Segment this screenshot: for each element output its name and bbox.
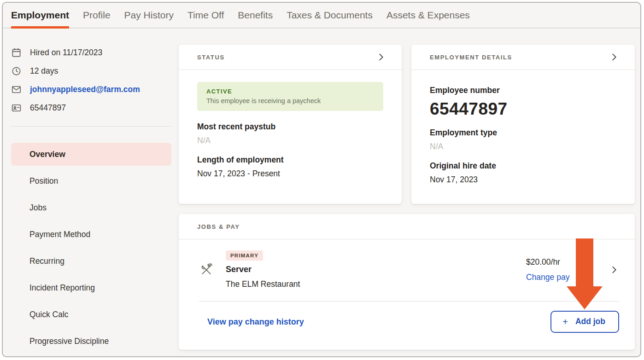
page-frame: Employment Profile Pay History Time Off … (2, 2, 641, 357)
email-row: johnnyappleseed@farm.com (11, 80, 171, 99)
employment-type-value: N/A (430, 142, 616, 151)
chevron-right-icon[interactable] (609, 265, 619, 275)
tab-benefits[interactable]: Benefits (238, 3, 273, 28)
employment-length-value: Nov 17, 2023 - Present (197, 169, 383, 179)
sidebar-menu: Overview Position Jobs Payment Method Re… (11, 143, 171, 356)
sidebar-item-progressive-discipline[interactable]: Progressive Discipline (11, 330, 171, 353)
employment-details-card-title: EMPLOYMENT DETAILS (430, 54, 512, 61)
paystub-value: N/A (197, 136, 383, 145)
employment-length-label: Length of employment (197, 155, 383, 165)
utensils-icon (199, 262, 214, 277)
employee-id-text: 65447897 (30, 103, 66, 113)
sidebar-item-quick-calc[interactable]: Quick Calc (11, 303, 171, 326)
hired-on-row: Hired on 11/17/2023 (11, 43, 171, 62)
employment-details-body: Employee number 65447897 Employment type… (411, 70, 635, 185)
tab-pay-history[interactable]: Pay History (124, 3, 174, 28)
status-card-body: ACTIVE This employee is receiving a payc… (179, 70, 402, 179)
add-job-button-label: Add job (575, 317, 605, 326)
original-hire-date-value: Nov 17, 2023 (430, 175, 616, 185)
jobs-pay-card-header: JOBS & PAY (179, 214, 635, 239)
calendar-icon (11, 47, 22, 58)
employee-email-link[interactable]: johnnyappleseed@farm.com (30, 85, 140, 94)
change-pay-link[interactable]: Change pay (526, 273, 603, 282)
sidebar-item-payment-method[interactable]: Payment Method (11, 223, 171, 246)
add-job-button[interactable]: + Add job (550, 311, 619, 333)
job-title: Server (226, 265, 526, 274)
tab-taxes-documents[interactable]: Taxes & Documents (287, 3, 373, 28)
tab-bar: Employment Profile Pay History Time Off … (3, 3, 640, 29)
id-card-icon (11, 103, 22, 113)
sidebar-item-recurring[interactable]: Recurring (11, 250, 171, 273)
tenure-text: 12 days (30, 66, 58, 76)
tenure-row: 12 days (11, 62, 171, 80)
employment-details-card-header[interactable]: EMPLOYMENT DETAILS (411, 45, 635, 70)
jobs-card-footer: View pay change history + Add job (179, 302, 635, 333)
status-card-title: STATUS (197, 54, 225, 61)
chevron-right-icon[interactable] (609, 52, 619, 62)
sidebar-item-incident-reporting[interactable]: Incident Reporting (11, 276, 171, 299)
paystub-label: Most recent paystub (197, 122, 383, 132)
sidebar-item-overview[interactable]: Overview (11, 143, 171, 166)
job-row-server[interactable]: PRIMARY Server The ELM Restaurant $20.00… (179, 239, 635, 301)
hired-on-text: Hired on 11/17/2023 (30, 48, 102, 58)
job-location: The ELM Restaurant (226, 279, 526, 289)
status-badge-description: This employee is receiving a paycheck (206, 97, 374, 105)
mail-icon (11, 84, 22, 95)
pay-group: $20.00/hr Change pay (526, 257, 603, 282)
employee-summary: Hired on 11/17/2023 12 days johnnyapples… (11, 43, 171, 117)
tab-time-off[interactable]: Time Off (187, 3, 224, 28)
chevron-right-icon[interactable] (376, 52, 386, 62)
sidebar-divider (11, 126, 171, 127)
employee-number-label: Employee number (430, 86, 616, 95)
employee-number-value: 65447897 (430, 99, 616, 119)
tab-assets-expenses[interactable]: Assets & Expenses (386, 3, 470, 28)
sidebar-item-jobs[interactable]: Jobs (11, 196, 171, 219)
original-hire-date-label: Original hire date (430, 161, 616, 171)
tab-employment[interactable]: Employment (11, 3, 69, 28)
plus-icon: + (562, 317, 568, 326)
jobs-pay-card-title: JOBS & PAY (197, 223, 240, 230)
status-card-header[interactable]: STATUS (179, 45, 402, 70)
job-info: PRIMARY Server The ELM Restaurant (226, 250, 526, 289)
clock-icon (11, 66, 22, 76)
pay-rate: $20.00/hr (526, 257, 603, 267)
employment-details-card: EMPLOYMENT DETAILS Employee number 65447… (411, 45, 635, 204)
jobs-pay-card: JOBS & PAY PRIMARY Server The ELM Restau… (179, 214, 635, 350)
status-badge: ACTIVE (206, 88, 374, 95)
primary-badge: PRIMARY (226, 250, 263, 261)
view-pay-change-history-link[interactable]: View pay change history (207, 317, 304, 327)
employee-id-row: 65447897 (11, 99, 171, 117)
active-status-banner: ACTIVE This employee is receiving a payc… (197, 82, 383, 111)
sidebar-item-position[interactable]: Position (11, 169, 171, 192)
status-card: STATUS ACTIVE This employee is receiving… (179, 45, 402, 204)
employment-type-label: Employment type (430, 128, 616, 138)
tab-profile[interactable]: Profile (83, 3, 111, 28)
